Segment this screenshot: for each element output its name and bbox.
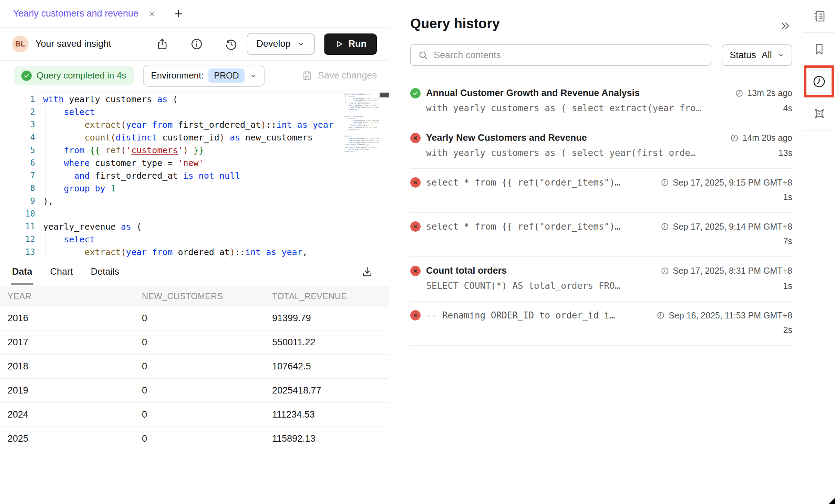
floppy-disk-icon <box>301 70 313 82</box>
chevron-down-icon <box>249 72 257 80</box>
results-tab-data[interactable]: Data <box>12 258 32 286</box>
chevron-down-icon <box>777 52 784 59</box>
search-input[interactable] <box>434 50 704 61</box>
info-icon[interactable] <box>190 38 203 51</box>
table-cell: 2017 <box>8 337 142 348</box>
indent-guide <box>45 106 45 195</box>
history-item-duration: 1s <box>776 281 792 291</box>
table-cell: 0 <box>142 313 272 324</box>
history-item-detail: with yearly_customers as ( select extrac… <box>410 103 792 113</box>
table-row: 2016091399.79 <box>0 306 389 330</box>
history-item-sql-preview: SELECT COUNT(*) AS total_orders FRO… <box>426 281 620 291</box>
editor-scrollbar-thumb[interactable] <box>380 93 389 97</box>
table-row: 20170550011.22 <box>0 330 389 355</box>
close-icon[interactable] <box>147 9 156 18</box>
history-item-header: select * from {{ ref("order_items")…Sep … <box>410 221 792 232</box>
download-icon[interactable] <box>361 265 373 278</box>
line-number: 11 <box>0 220 35 233</box>
code-line: select <box>43 233 344 246</box>
line-number: 6 <box>0 157 35 169</box>
save-changes-button[interactable]: Save changes <box>301 70 377 82</box>
history-item[interactable]: select * from {{ ref("order_items")…Sep … <box>410 168 792 212</box>
rail-item-notebook[interactable] <box>803 0 835 33</box>
time-text: 13m 2s ago <box>747 88 792 98</box>
status-filter-label: Status <box>730 50 756 61</box>
code-line: group by 1 <box>43 182 344 195</box>
history-item-duration: 4s <box>776 103 792 113</box>
environment-value-chip: PROD <box>208 69 244 83</box>
environment-selector[interactable]: Environment: PROD <box>143 65 264 87</box>
tab-yearly-customers[interactable]: Yearly customers and revenue <box>0 0 166 27</box>
error-status-icon <box>410 266 421 276</box>
status-filter-dropdown[interactable]: Status All <box>722 44 792 66</box>
query-completed-badge: Query completed in 4s <box>14 66 134 85</box>
run-button[interactable]: Run <box>324 33 377 55</box>
indent-guide <box>45 233 45 258</box>
table-cell: 0 <box>142 361 272 372</box>
history-item-title: Yearly New Customers and Revenue <box>426 133 587 143</box>
line-number: 8 <box>0 182 35 195</box>
error-status-icon <box>410 221 421 232</box>
code-line: count(distinct customer_id) as new_custo… <box>43 131 344 144</box>
version-history-icon[interactable] <box>225 38 238 51</box>
tab-bar: Yearly customers and revenue <box>0 0 389 28</box>
rail-item-bookmarks[interactable] <box>803 33 835 65</box>
table-cell: 2024 <box>8 409 142 420</box>
notebook-icon <box>812 9 826 23</box>
history-item-title: Annual Customer Growth and Revenue Analy… <box>426 88 640 98</box>
environment-label: Environment: <box>151 70 204 81</box>
editor-code[interactable]: with yearly_customers as ( select extrac… <box>43 93 344 258</box>
develop-button[interactable]: Develop <box>247 33 315 55</box>
status-filter-value: All <box>762 50 772 61</box>
history-item[interactable]: Yearly New Customers and Revenue14m 20s … <box>410 124 792 168</box>
history-item-time: Sep 16, 2025, 11:53 PM GMT+8 <box>650 311 792 321</box>
history-item-header: -- Renaming ORDER_ID to order_id i…Sep 1… <box>410 310 792 321</box>
column-header: TOTAL_REVENUE <box>272 291 389 301</box>
history-item-duration: 1s <box>776 192 792 202</box>
sql-editor[interactable]: 12345678910111213 with yearly_customers … <box>0 91 389 258</box>
results-tab-details[interactable]: Details <box>91 258 120 286</box>
history-item-header: Count total ordersSep 17, 2025, 8:31 PM … <box>410 265 792 276</box>
success-status-icon <box>410 88 421 98</box>
results-tab-chart[interactable]: Chart <box>50 258 73 286</box>
line-number: 10 <box>0 208 35 220</box>
new-tab-button[interactable] <box>166 0 190 27</box>
table-row: 20240111234.53 <box>0 403 389 427</box>
history-item-detail: SELECT COUNT(*) AS total_orders FRO…1s <box>410 281 792 291</box>
query-completed-text: Query completed in 4s <box>37 70 126 81</box>
share-icon[interactable] <box>156 38 169 51</box>
code-line: extract(year from first_ordered_at)::int… <box>43 118 344 131</box>
develop-label: Develop <box>256 39 290 49</box>
search-box[interactable] <box>410 44 711 66</box>
history-item[interactable]: -- Renaming ORDER_ID to order_id i…Sep 1… <box>410 301 792 346</box>
insight-label: Your saved insight <box>35 39 111 49</box>
double-chevron-right-icon[interactable] <box>779 20 791 32</box>
editor-panel: Yearly customers and revenue BL Your sav… <box>0 0 389 504</box>
time-text: Sep 17, 2025, 9:14 PM GMT+8 <box>673 222 792 232</box>
table-row: 201902025418.77 <box>0 379 389 403</box>
table-cell: 91399.79 <box>272 313 389 324</box>
query-history-clock-icon <box>812 74 827 89</box>
line-number: 9 <box>0 195 35 208</box>
indent-guide <box>66 246 66 258</box>
table-cell: 2018 <box>8 361 142 372</box>
history-item-time: Sep 17, 2025, 8:31 PM GMT+8 <box>654 266 792 276</box>
query-status-row: Query completed in 4s Environment: PROD … <box>0 61 389 91</box>
history-item[interactable]: Annual Customer Growth and Revenue Analy… <box>410 79 792 124</box>
error-status-icon <box>410 177 421 188</box>
history-item[interactable]: select * from {{ ref("order_items")…Sep … <box>410 212 792 256</box>
history-list: Annual Customer Growth and Revenue Analy… <box>410 79 792 346</box>
history-item-title: -- Renaming ORDER_ID to order_id i… <box>426 310 615 321</box>
run-label: Run <box>349 39 367 49</box>
line-number: 7 <box>0 169 35 182</box>
history-item-title: select * from {{ ref("order_items")… <box>426 177 620 188</box>
history-item-header: select * from {{ ref("order_items")…Sep … <box>410 177 792 188</box>
history-item-time: 14m 20s ago <box>724 133 792 143</box>
time-text: Sep 17, 2025, 8:31 PM GMT+8 <box>673 266 792 276</box>
editor-minimap[interactable]: with yearly_customers as ( select extrac… <box>344 93 379 255</box>
rail-item-query-history-active[interactable] <box>804 65 834 97</box>
table-cell: 0 <box>142 385 272 396</box>
history-item[interactable]: Count total ordersSep 17, 2025, 8:31 PM … <box>410 256 792 301</box>
history-item-title: select * from {{ ref("order_items")… <box>426 221 620 232</box>
rail-item-explore[interactable] <box>803 97 835 131</box>
